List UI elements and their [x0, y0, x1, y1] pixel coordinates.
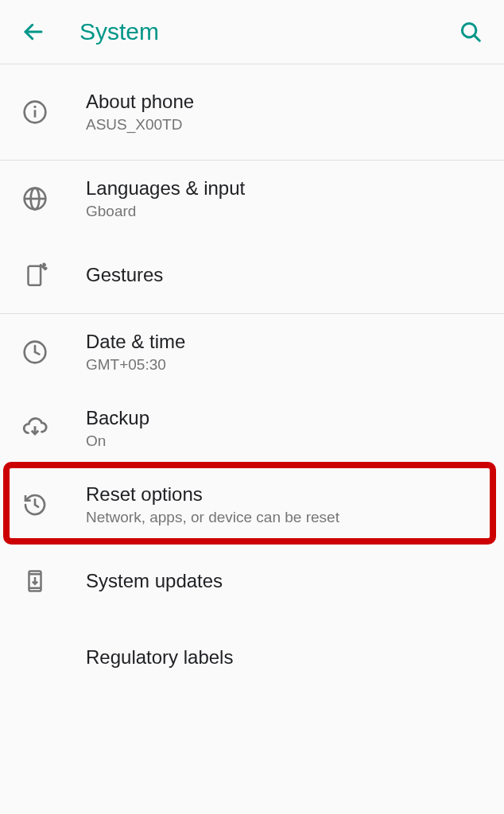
globe-icon: [17, 186, 52, 211]
clock-icon: [17, 339, 52, 365]
item-label: System updates: [86, 570, 487, 592]
item-label: About phone: [86, 91, 487, 113]
app-header: System: [0, 0, 504, 64]
list-item-gestures[interactable]: Gestures: [0, 237, 504, 313]
info-icon: [17, 99, 52, 125]
item-sublabel: Gboard: [86, 203, 487, 220]
svg-point-10: [43, 264, 45, 266]
list-item-datetime[interactable]: Date & time GMT+05:30: [0, 314, 504, 390]
item-label: Date & time: [86, 331, 487, 353]
system-update-icon: [17, 568, 52, 595]
item-label: Languages & input: [86, 177, 487, 200]
settings-list: About phone ASUS_X00TD Languages & input…: [0, 64, 504, 696]
list-item-system-updates[interactable]: System updates: [0, 543, 504, 619]
list-item-languages[interactable]: Languages & input Gboard: [0, 161, 504, 237]
list-item-regulatory[interactable]: Regulatory labels: [0, 619, 504, 696]
list-item-about-phone[interactable]: About phone ASUS_X00TD: [0, 64, 504, 160]
svg-point-11: [45, 268, 47, 269]
gestures-icon: [17, 262, 52, 289]
restore-icon: [17, 492, 52, 517]
item-label: Backup: [86, 407, 487, 429]
svg-rect-9: [29, 266, 41, 285]
item-label: Gestures: [86, 264, 487, 286]
svg-point-5: [33, 106, 36, 108]
item-label: Reset options: [86, 483, 487, 506]
arrow-left-icon: [21, 20, 45, 44]
list-item-reset-options[interactable]: Reset options Network, apps, or device c…: [0, 467, 504, 543]
back-button[interactable]: [16, 20, 51, 44]
list-item-backup[interactable]: Backup On: [0, 390, 504, 467]
item-label: Regulatory labels: [86, 646, 487, 669]
cloud-download-icon: [17, 415, 52, 442]
item-sublabel: On: [86, 432, 487, 450]
search-button[interactable]: [453, 20, 488, 44]
svg-line-2: [474, 35, 479, 41]
item-sublabel: ASUS_X00TD: [86, 116, 487, 134]
search-icon: [459, 20, 483, 44]
item-sublabel: GMT+05:30: [86, 356, 487, 374]
item-sublabel: Network, apps, or device can be reset: [86, 509, 487, 526]
page-title: System: [79, 18, 453, 45]
